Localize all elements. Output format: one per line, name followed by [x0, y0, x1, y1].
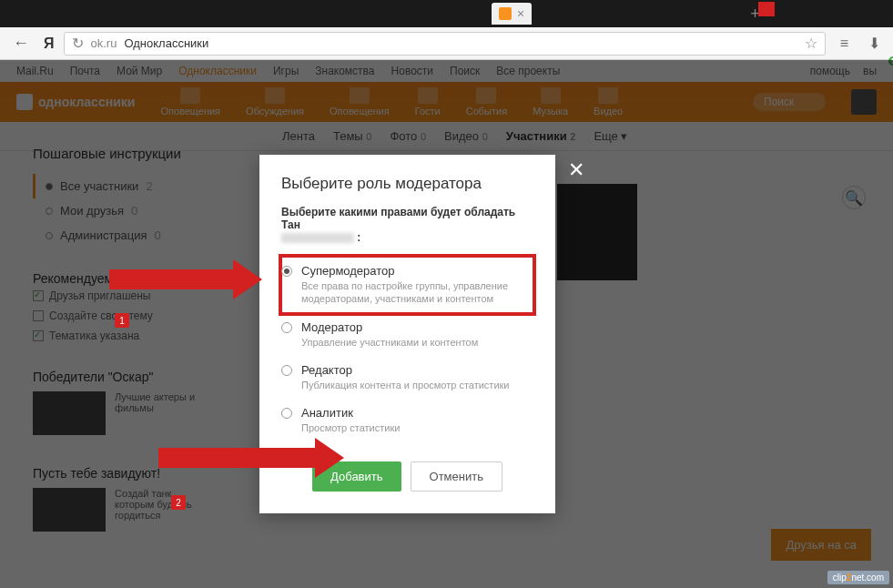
address-bar: ← Я ↻ ok.ru Одноклассники ☆ ≡ ⬇	[0, 27, 893, 60]
role-desc: Просмотр статистики	[301, 421, 533, 434]
annotation-number: 1	[115, 313, 129, 328]
cancel-button[interactable]: Отменить	[411, 461, 502, 492]
download-icon[interactable]: ⬇	[863, 33, 886, 54]
role-name: Супермодератор	[301, 264, 533, 278]
radio-icon	[281, 266, 292, 277]
role-name: Модератор	[301, 320, 533, 334]
titlebar-indicator	[758, 2, 775, 16]
role-supermoderator[interactable]: Супермодератор Все права по настройке гр…	[281, 257, 533, 313]
annotation-number: 2	[171, 495, 186, 510]
modal-title: Выберите роль модератора	[281, 175, 533, 193]
yandex-icon[interactable]: Я	[44, 35, 55, 52]
close-icon[interactable]: ✕	[568, 158, 584, 182]
radio-icon	[281, 322, 292, 333]
tab-close-icon[interactable]: ×	[517, 6, 524, 21]
menu-icon[interactable]: ≡	[835, 34, 854, 54]
redacted-name	[281, 233, 354, 243]
browser-tab[interactable]: ×	[492, 3, 532, 25]
role-desc: Управление участниками и контентом	[301, 336, 533, 349]
ok-favicon	[499, 7, 512, 20]
role-desc: Все права по настройке группы, управлени…	[301, 279, 533, 306]
annotation-arrow-1: 1	[109, 269, 237, 289]
radio-icon	[281, 365, 292, 376]
role-name: Аналитик	[301, 406, 533, 420]
modal-subtitle: Выберите какими правами будет обладать Т…	[281, 206, 533, 244]
role-editor[interactable]: Редактор Публикация контента и просмотр …	[281, 356, 533, 399]
role-analyst[interactable]: Аналитик Просмотр статистики	[281, 399, 533, 441]
bookmark-star-icon[interactable]: ☆	[805, 35, 817, 52]
role-moderator[interactable]: Модератор Управление участниками и конте…	[281, 313, 533, 356]
reload-icon[interactable]: ↻	[72, 35, 84, 52]
back-button[interactable]: ←	[7, 32, 35, 55]
role-desc: Публикация контента и просмотр статистик…	[301, 379, 533, 391]
url-title: Одноклассники	[124, 36, 208, 50]
url-field[interactable]: ↻ ok.ru Одноклассники ☆	[64, 32, 826, 56]
role-list: Супермодератор Все права по настройке гр…	[281, 257, 533, 441]
url-domain: ok.ru	[91, 36, 117, 50]
watermark: clip2net.com	[827, 571, 889, 584]
role-name: Редактор	[301, 363, 533, 377]
radio-icon	[281, 408, 292, 419]
annotation-arrow-2: 2	[158, 448, 319, 468]
